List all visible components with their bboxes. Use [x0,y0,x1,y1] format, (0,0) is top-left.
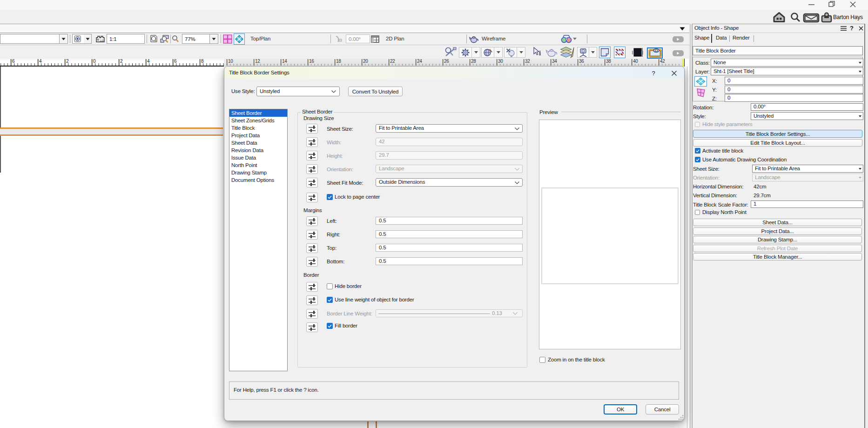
svg-text:1:15: 1:15 [100,40,104,42]
svg-text:i: i [539,49,541,57]
